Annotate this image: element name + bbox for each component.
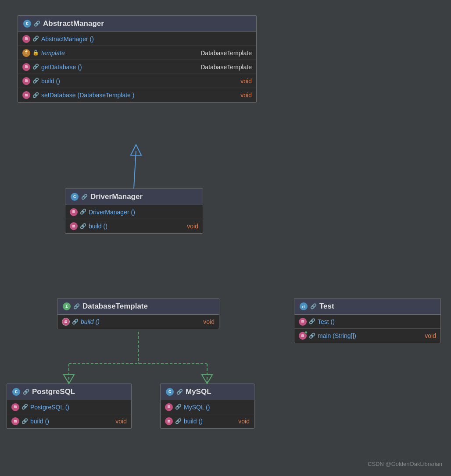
method-badge: m xyxy=(70,222,78,230)
method-text: Test () xyxy=(318,318,335,325)
class-title: MySQL xyxy=(186,387,211,396)
method-badge: m xyxy=(299,318,307,326)
method-badge: m xyxy=(22,91,30,99)
access-icon: 🔗 xyxy=(32,78,39,84)
method-text: MySQL () xyxy=(184,404,210,411)
access-icon: 🔗 xyxy=(21,418,28,425)
abstract-manager-header: C 🔗 AbstractManager xyxy=(18,16,256,32)
access-icon: 🔗 xyxy=(72,319,79,325)
field-badge: f xyxy=(22,49,30,57)
table-row: m 🔗 getDatabase () DatabaseTemplate xyxy=(18,60,256,74)
class-badge-i: I xyxy=(63,302,71,310)
abstract-method-badge: m xyxy=(62,318,70,326)
method-text: build () xyxy=(184,418,203,425)
access-icon: 🔗 xyxy=(309,318,315,325)
table-row: m 🔗 DriverManager () xyxy=(65,205,203,219)
method-text: build () xyxy=(89,223,107,230)
class-badge-c: C xyxy=(23,20,31,28)
return-void: void xyxy=(240,78,252,85)
method-badge: m xyxy=(11,417,19,425)
svg-marker-1 xyxy=(131,145,141,155)
method-badge: m xyxy=(22,77,30,85)
table-row: m 🔗 MySQL () xyxy=(161,400,254,414)
class-title: PostgreSQL xyxy=(32,387,75,396)
method-badge: m xyxy=(11,403,19,411)
access-icon: 🔗 xyxy=(73,303,80,310)
mysql-header: C 🔗 MySQL xyxy=(161,384,254,400)
method-text: DriverManager () xyxy=(89,209,135,216)
access-icon: 🔗 xyxy=(21,404,28,410)
access-icon: 🔗 xyxy=(23,389,29,395)
access-icon: 🔗 xyxy=(310,303,317,310)
table-row: m 🔗 build () void xyxy=(57,315,219,329)
watermark: CSDN @GoldenOakLibrarian xyxy=(368,461,442,467)
class-title: AbstractManager xyxy=(43,19,104,28)
field-type: DatabaseTemplate xyxy=(200,50,252,57)
access-icon: 🔗 xyxy=(34,21,40,27)
mysql-class: C 🔗 MySQL m 🔗 MySQL () m 🔗 build () void xyxy=(160,384,254,429)
access-icon: 🔗 xyxy=(175,404,182,410)
access-icon: 🔗 xyxy=(32,92,39,99)
lock-icon: 🔒 xyxy=(32,50,39,56)
method-text: AbstractManager () xyxy=(41,36,94,43)
method-text: build () xyxy=(30,418,49,425)
access-icon: 🔗 xyxy=(309,333,315,339)
svg-line-0 xyxy=(134,151,136,188)
return-void: void xyxy=(238,418,250,425)
driver-manager-class: C 🔗 DriverManager m 🔗 DriverManager () m… xyxy=(65,188,203,234)
field-text: template xyxy=(41,50,65,57)
test-class: ↺ 🔗 Test m 🔗 Test () m 🔗 main (String[])… xyxy=(294,298,441,343)
access-icon: 🔗 xyxy=(176,389,183,395)
access-icon: 🔗 xyxy=(32,36,39,42)
table-row: m 🔗 build () void xyxy=(18,74,256,88)
return-void: void xyxy=(240,92,252,99)
method-text: setDatabase (DatabaseTemplate ) xyxy=(41,92,134,99)
access-icon: 🔗 xyxy=(80,209,86,215)
access-icon: 🔗 xyxy=(80,223,86,230)
test-header: ↺ 🔗 Test xyxy=(294,298,440,315)
table-row: m 🔗 PostgreSQL () xyxy=(7,400,131,414)
method-badge: m xyxy=(22,35,30,43)
method-text: getDatabase () xyxy=(41,64,82,71)
method-badge: m xyxy=(22,63,30,71)
svg-marker-6 xyxy=(64,375,74,384)
table-row: m 🔗 AbstractManager () xyxy=(18,32,256,46)
access-icon: 🔗 xyxy=(175,418,182,425)
return-void: void xyxy=(115,418,127,425)
class-title: DriverManager xyxy=(90,192,143,201)
table-row: m 🔗 setDatabase (DatabaseTemplate ) void xyxy=(18,88,256,102)
database-template-class: I 🔗 DatabaseTemplate m 🔗 build () void xyxy=(57,298,219,329)
table-row: f 🔒 template DatabaseTemplate xyxy=(18,46,256,60)
postgresql-header: C 🔗 PostgreSQL xyxy=(7,384,131,400)
table-row: m 🔗 build () void xyxy=(7,414,131,428)
class-title: Test xyxy=(319,302,334,311)
return-type: DatabaseTemplate xyxy=(200,64,252,71)
method-text: main (String[]) xyxy=(318,332,356,339)
driver-manager-header: C 🔗 DriverManager xyxy=(65,189,203,205)
method-badge: m xyxy=(70,208,78,216)
class-badge-c: C xyxy=(71,193,79,201)
class-badge-c: C xyxy=(166,388,174,396)
table-row: m 🔗 build () void xyxy=(161,414,254,428)
abstract-manager-class: C 🔗 AbstractManager m 🔗 AbstractManager … xyxy=(18,15,257,103)
method-text: PostgreSQL () xyxy=(30,404,69,411)
method-badge: m xyxy=(165,417,173,425)
table-row: m 🔗 main (String[]) void xyxy=(294,329,440,343)
access-icon: 🔗 xyxy=(32,64,39,70)
method-text: build () xyxy=(81,318,100,325)
return-void: void xyxy=(203,318,215,325)
table-row: m 🔗 Test () xyxy=(294,315,440,329)
svg-marker-7 xyxy=(202,375,212,384)
return-void: void xyxy=(187,223,198,230)
table-row: m 🔗 build () void xyxy=(65,219,203,233)
class-badge-c: C xyxy=(12,388,20,396)
postgresql-class: C 🔗 PostgreSQL m 🔗 PostgreSQL () m 🔗 bui… xyxy=(7,384,132,429)
method-badge: m xyxy=(165,403,173,411)
class-badge-cg: ↺ xyxy=(300,302,308,310)
class-title: DatabaseTemplate xyxy=(82,302,148,311)
database-template-header: I 🔗 DatabaseTemplate xyxy=(57,298,219,315)
return-void: void xyxy=(425,332,436,339)
method-badge: m xyxy=(299,332,307,340)
method-text: build () xyxy=(41,78,60,85)
access-icon: 🔗 xyxy=(81,194,88,200)
